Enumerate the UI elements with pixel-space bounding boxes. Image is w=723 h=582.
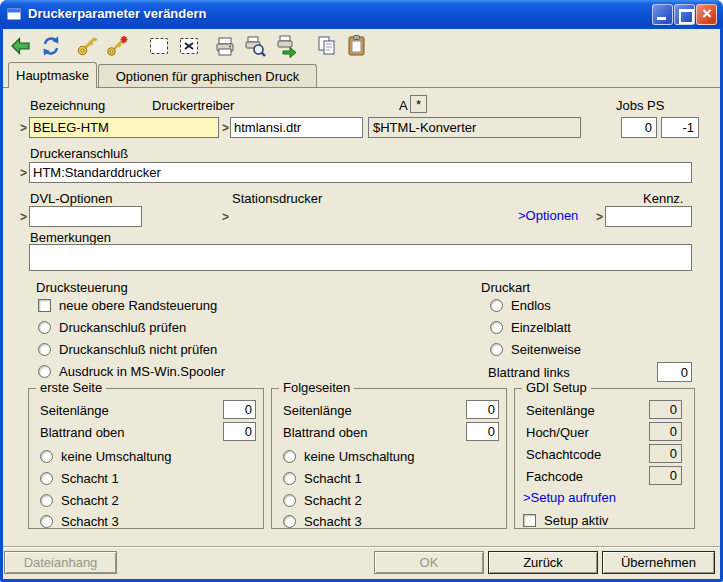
radio-erste-schacht-2[interactable]: Schacht 2: [40, 493, 119, 508]
tab-hauptmaske[interactable]: Hauptmaske: [8, 62, 97, 88]
zurueck-button[interactable]: Zurück: [488, 551, 598, 574]
tab-label: Hauptmaske: [16, 68, 89, 83]
key-button[interactable]: [74, 33, 100, 59]
radio-folge-keine-umschaltung[interactable]: keine Umschaltung: [283, 449, 415, 464]
setup-aufrufen-link[interactable]: >Setup aufrufen: [523, 490, 616, 505]
folgeseiten-seitenlaenge-input[interactable]: [466, 400, 499, 419]
key-execute-icon: [105, 34, 129, 58]
titlebar[interactable]: Druckerparameter verändern: [0, 0, 723, 29]
key-icon: [75, 34, 99, 58]
radio-icon: [38, 365, 51, 378]
bemerkungen-input[interactable]: [29, 244, 692, 271]
radio-folge-schacht-3[interactable]: Schacht 3: [283, 514, 362, 529]
ps-value: -1: [661, 117, 699, 138]
radio-folge-schacht-1[interactable]: Schacht 1: [283, 471, 362, 486]
footer-separator: [3, 546, 720, 548]
radio-icon: [40, 472, 53, 485]
dvl-optionen-input[interactable]: [29, 206, 142, 227]
paste-button[interactable]: [344, 33, 370, 59]
refresh-button[interactable]: [38, 33, 64, 59]
jobs-ps-label: Jobs PS: [616, 98, 664, 113]
back-button[interactable]: [8, 33, 34, 59]
field-prompt: >: [20, 210, 27, 224]
dateianhang-button[interactable]: Dateianhang: [4, 551, 117, 574]
field-prompt: >: [20, 121, 27, 135]
bezeichnung-input[interactable]: [29, 117, 219, 138]
print-export-button[interactable]: [274, 33, 300, 59]
radio-druckanschluss-pruefen[interactable]: Druckanschluß prüfen: [38, 320, 186, 335]
dvl-optionen-label: DVL-Optionen: [30, 191, 112, 206]
tab-label: Optionen für graphischen Druck: [116, 69, 300, 84]
field-prompt: >: [596, 210, 603, 224]
kennz-label: Kennz.: [643, 191, 683, 206]
option-label: Schacht 3: [304, 514, 362, 529]
copy-button[interactable]: [314, 33, 340, 59]
minimize-button[interactable]: [652, 4, 673, 25]
radio-icon: [283, 515, 296, 528]
radio-icon: [38, 321, 51, 334]
folgeseiten-blattrand-oben-input[interactable]: [466, 422, 499, 441]
option-label: Schacht 1: [61, 471, 119, 486]
erste-seite-seitenlaenge-input[interactable]: [223, 400, 256, 419]
radio-einzelblatt[interactable]: Einzelblatt: [490, 320, 571, 335]
tabstrip-baseline: [3, 87, 720, 88]
radio-erste-keine-umschaltung[interactable]: keine Umschaltung: [40, 449, 172, 464]
checkbox-setup-aktiv[interactable]: Setup aktiv: [523, 513, 608, 528]
print-button[interactable]: [212, 33, 238, 59]
blattrand-links-input[interactable]: [657, 362, 692, 382]
maximize-button[interactable]: [674, 4, 695, 25]
option-label: Schacht 2: [304, 493, 362, 508]
blattrand-oben-label: Blattrand oben: [40, 425, 125, 440]
checkbox-icon: [38, 299, 51, 312]
window-icon[interactable]: [6, 6, 22, 22]
radio-icon: [490, 299, 503, 312]
radio-seitenweise[interactable]: Seitenweise: [490, 342, 581, 357]
druckertreiber-input[interactable]: [230, 117, 363, 138]
option-label: keine Umschaltung: [304, 449, 415, 464]
option-label: Schacht 2: [61, 493, 119, 508]
option-label: Seitenweise: [511, 342, 581, 357]
option-label: Einzelblatt: [511, 320, 571, 335]
field-prompt: >: [222, 121, 229, 135]
select-frame-button[interactable]: [146, 33, 172, 59]
kennz-input[interactable]: [605, 206, 692, 227]
checkbox-neue-obere-randsteuerung[interactable]: neue obere Randsteuerung: [38, 298, 217, 313]
druckeranschluss-label: Druckeranschluß: [30, 146, 128, 161]
printer-icon: [213, 34, 237, 58]
radio-icon: [283, 450, 296, 463]
radio-folge-schacht-2[interactable]: Schacht 2: [283, 493, 362, 508]
druckertreiber-label: Druckertreiber: [152, 98, 234, 113]
key-execute-button[interactable]: [104, 33, 130, 59]
radio-erste-schacht-3[interactable]: Schacht 3: [40, 514, 119, 529]
bemerkungen-label: Bemerkungen: [30, 230, 111, 245]
radio-ausdruck-ms-win-spooler[interactable]: Ausdruck in MS-Win.Spooler: [38, 364, 225, 379]
print-preview-button[interactable]: [242, 33, 268, 59]
delete-frame-button[interactable]: [176, 33, 202, 59]
tab-optionen-grafischer-druck[interactable]: Optionen für graphischen Druck: [98, 64, 317, 87]
ok-button[interactable]: OK: [374, 551, 484, 574]
druckeranschluss-input[interactable]: [29, 162, 692, 183]
option-label: neue obere Randsteuerung: [59, 298, 217, 313]
uebernehmen-button[interactable]: Übernehmen: [602, 551, 715, 574]
radio-icon: [490, 343, 503, 356]
print-export-icon: [275, 34, 299, 58]
konverter-display: $HTML-Konverter: [368, 117, 581, 138]
close-button[interactable]: [696, 4, 717, 25]
option-label: Setup aktiv: [544, 513, 608, 528]
radio-icon: [40, 515, 53, 528]
radio-druckanschluss-nicht-pruefen[interactable]: Druckanschluß nicht prüfen: [38, 342, 217, 357]
gdi-seitenlaenge-value: 0: [649, 400, 682, 419]
radio-endlos[interactable]: Endlos: [490, 298, 551, 313]
client-area: Hauptmaske Optionen für graphischen Druc…: [3, 29, 720, 579]
radio-icon: [38, 343, 51, 356]
radio-erste-schacht-1[interactable]: Schacht 1: [40, 471, 119, 486]
paste-icon: [345, 34, 369, 58]
optionen-link[interactable]: >Optionen: [518, 208, 578, 223]
select-frame-icon: [147, 34, 171, 58]
option-label: Endlos: [511, 298, 551, 313]
bezeichnung-label: Bezeichnung: [30, 98, 105, 113]
folgeseiten-legend: Folgeseiten: [279, 380, 354, 395]
erste-seite-blattrand-oben-input[interactable]: [223, 422, 256, 441]
radio-icon: [40, 494, 53, 507]
jobs-value: 0: [621, 117, 657, 138]
